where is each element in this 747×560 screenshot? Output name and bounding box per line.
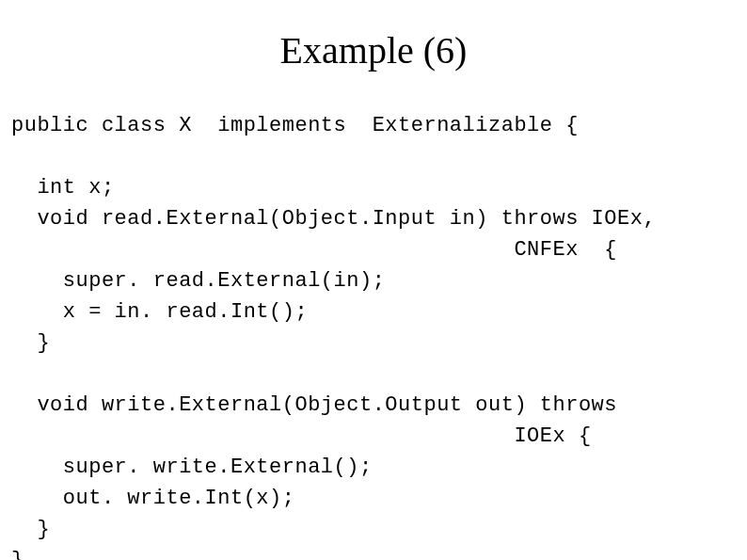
code-line: public class X implements Externalizable… — [11, 114, 579, 137]
slide-title: Example (6) — [11, 28, 736, 72]
slide-container: Example (6) public class X implements Ex… — [0, 0, 747, 560]
code-line: } — [11, 518, 50, 541]
code-line: x = in. read.Int(); — [11, 300, 308, 324]
code-line: void write.External(Object.Output out) t… — [11, 393, 617, 417]
code-line: out. write.Int(x); — [11, 487, 294, 510]
code-line: } — [11, 331, 50, 355]
code-line: void read.External(Object.Input in) thro… — [11, 207, 656, 231]
code-line: IOEx { — [11, 424, 592, 448]
code-line: CNFEx { — [11, 238, 617, 262]
code-line: super. read.External(in); — [11, 269, 385, 293]
code-block: public class X implements Externalizable… — [11, 110, 736, 560]
code-line: super. write.External(); — [11, 456, 373, 479]
code-line: } — [11, 549, 24, 560]
code-line: int x; — [11, 176, 115, 200]
